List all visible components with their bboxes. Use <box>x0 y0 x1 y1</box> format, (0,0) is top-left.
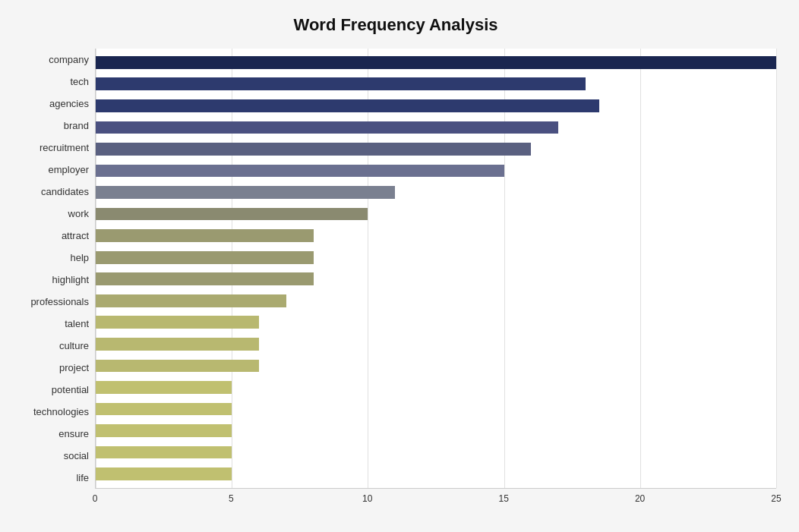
chart-container: Word Frequency Analysis companytechagenc… <box>0 0 799 532</box>
bar <box>96 186 395 199</box>
bar <box>96 467 232 480</box>
bar-row <box>96 138 776 160</box>
y-label: culture <box>15 341 89 351</box>
y-label: recruitment <box>15 143 89 153</box>
x-axis-tick-label: 10 <box>362 493 372 504</box>
x-axis-tick-label: 25 <box>771 493 781 504</box>
y-label: employer <box>15 165 89 175</box>
y-label: technologies <box>15 407 89 417</box>
bar-row <box>96 333 776 355</box>
bar-row <box>96 95 776 117</box>
bar-row <box>96 160 776 182</box>
y-label: project <box>15 363 89 373</box>
x-axis-tick-label: 0 <box>93 493 98 504</box>
bar-row <box>96 312 776 334</box>
x-axis-tick-label: 20 <box>635 493 645 504</box>
x-axis-tick-label: 15 <box>499 493 509 504</box>
bar-row <box>96 398 776 420</box>
bar <box>96 316 259 329</box>
bar <box>96 165 504 178</box>
y-label: brand <box>15 121 89 131</box>
bar <box>96 208 368 221</box>
y-label: work <box>15 209 89 219</box>
bar <box>96 272 314 285</box>
y-label: life <box>15 473 89 483</box>
chart-area: companytechagenciesbrandrecruitmentemplo… <box>15 49 776 489</box>
y-label: company <box>15 55 89 65</box>
bar-row <box>96 355 776 377</box>
y-label: help <box>15 253 89 263</box>
y-label: social <box>15 451 89 461</box>
bar <box>96 424 232 437</box>
bar-row <box>96 203 776 225</box>
bar-row <box>96 117 776 139</box>
chart-title: Word Frequency Analysis <box>15 15 776 35</box>
bar-row <box>96 247 776 269</box>
bars-wrapper <box>96 49 776 488</box>
bar <box>96 294 286 307</box>
bar <box>96 56 776 69</box>
y-label: talent <box>15 319 89 329</box>
bar <box>96 77 586 90</box>
x-axis-tick-label: 5 <box>229 493 234 504</box>
bar <box>96 338 259 351</box>
y-label: attract <box>15 231 89 241</box>
bar-row <box>96 290 776 312</box>
grid-line <box>776 49 777 488</box>
bar-row <box>96 52 776 74</box>
bar <box>96 381 232 394</box>
y-labels: companytechagenciesbrandrecruitmentemplo… <box>15 49 95 489</box>
bar-row <box>96 181 776 203</box>
y-label: tech <box>15 77 89 87</box>
bar-row <box>96 376 776 398</box>
bar <box>96 403 232 416</box>
bar-row <box>96 420 776 442</box>
y-label: agencies <box>15 99 89 109</box>
bar-row <box>96 442 776 464</box>
bar-row <box>96 225 776 247</box>
y-label: candidates <box>15 187 89 197</box>
bar-row <box>96 268 776 290</box>
bar <box>96 446 232 459</box>
x-axis-labels: 0510152025 <box>95 493 776 508</box>
bars-and-grid <box>95 49 776 489</box>
bar <box>96 143 531 156</box>
bar-row <box>96 463 776 485</box>
bar <box>96 251 314 264</box>
bar <box>96 99 599 112</box>
y-label: ensure <box>15 429 89 439</box>
y-label: professionals <box>15 297 89 307</box>
bar <box>96 121 558 134</box>
y-label: potential <box>15 385 89 395</box>
y-label: highlight <box>15 275 89 285</box>
bar-row <box>96 74 776 96</box>
bar <box>96 229 314 242</box>
bar <box>96 360 259 373</box>
